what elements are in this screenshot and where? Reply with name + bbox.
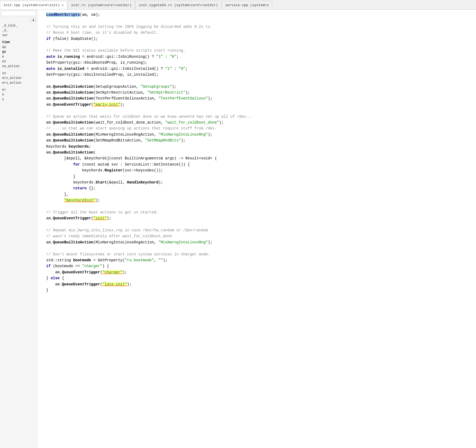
code-line: am.QueueBuiltinAction(MixHwrngIntoLinuxR… [42, 132, 472, 137]
editor-area[interactable]: LoadBootScripts(am, sm); // Turning this… [37, 10, 476, 448]
sidebar-item-k[interactable]: k [0, 92, 37, 97]
code-line [42, 204, 472, 209]
code-line: } [42, 287, 472, 293]
sidebar-item-er[interactable]: er [0, 87, 37, 92]
tab-label: init.zygote64.rc (system\core\rootdir) [139, 3, 218, 7]
code-line: SetProperty(gsi::kGsiBootedProp, is_runn… [42, 60, 472, 66]
code-line: SetProperty(gsi::kGsiInstalledProp, is_i… [42, 72, 472, 78]
code-line: keychords.Register(svc->keycodes()); [42, 167, 472, 173]
code-line: // Trigger all the boot actions to get u… [42, 209, 472, 215]
tab-init-zygote[interactable]: init.zygote64.rc (system\core\rootdir) [135, 1, 221, 9]
scroll-up-button[interactable]: ▲ [31, 18, 36, 22]
code-line: // wasn't ready immediately after wait_f… [42, 233, 472, 239]
sidebar-item-us[interactable]: us [0, 71, 37, 76]
code-line: } else { [42, 275, 472, 281]
code-line: am.QueueBuiltinAction(SetMmapRndBitsActi… [42, 137, 472, 143]
sidebar-item-ers-action-1[interactable]: ers_action [0, 76, 37, 81]
code-line: } [42, 174, 472, 179]
code-line: keychords.Start(&epoll, HandleKeychord); [42, 179, 472, 185]
code-line: // Nexus 9 boot time, so it's disabled b… [42, 30, 472, 36]
code-line: // Don't mount filesystems or start core… [42, 251, 472, 257]
sidebar-item-d-lock[interactable]: _d_lock_ [0, 23, 37, 28]
sidebar: ▲ _d_lock_ _d_ ser tion ap ge e es ne_ac… [0, 10, 37, 448]
code-line: return {}; [42, 185, 472, 191]
code-line [42, 78, 472, 83]
code-line: // ... so that we can start queuing up a… [42, 125, 472, 131]
code-line: }, [42, 192, 472, 197]
code-line [42, 245, 472, 251]
code-line: LoadBootScripts(am, sm); [42, 12, 472, 18]
tab-label: init.cpp (system\core\init) [3, 3, 60, 7]
code-line: am.QueueEventTrigger("late-init"); [42, 281, 472, 287]
code-line [42, 108, 472, 113]
code-line: for (const auto& svc : ServiceList::GetI… [42, 162, 472, 167]
main-layout: ▲ _d_lock_ _d_ ser tion ap ge e es ne_ac… [0, 10, 476, 448]
search-input[interactable] [1, 11, 36, 16]
code-content: LoadBootScripts(am, sm); // Turning this… [37, 12, 476, 293]
code-line: // Queue an action that waits for coldbo… [42, 114, 472, 120]
code-line: [&epoll, &keychords](const BuiltinArgume… [42, 155, 472, 161]
sidebar-item-ne-action[interactable]: ne_action [0, 64, 37, 69]
sidebar-item-s[interactable]: s [0, 97, 37, 102]
close-icon[interactable]: ✕ [62, 3, 64, 7]
code-line: am.QueueEventTrigger("early-init"); [42, 102, 472, 108]
code-line: // Turning this on and letting the INFO … [42, 24, 472, 30]
tab-init-rc[interactable]: init.rc (system\core\rootdir) [68, 1, 135, 9]
code-line: am.QueueEventTrigger("charger"); [42, 269, 472, 275]
code-line: std::string bootmode = GetProperty("ro.b… [42, 257, 472, 263]
code-line: am.QueueBuiltinAction(MixHwrngIntoLinuxR… [42, 239, 472, 245]
code-line: // Repeat mix_hwrng_into_linux_rng in ca… [42, 227, 472, 233]
sidebar-item-es[interactable]: es [0, 59, 37, 64]
tab-service-cpp[interactable]: service.cpp (system\c [222, 1, 273, 9]
code-line: "KeychordInit"); [42, 197, 472, 203]
sidebar-item-ge[interactable]: ge [0, 49, 37, 54]
tab-label: service.cpp (system\c [225, 3, 269, 7]
sidebar-search-area [0, 10, 37, 17]
sidebar-scroll-controls: ▲ [0, 17, 37, 22]
sidebar-item-d[interactable]: _d_ [0, 28, 37, 33]
code-line: am.QueueBuiltinAction(TestPerfEventSelin… [42, 95, 472, 101]
code-line: if (false) DumpState(); [42, 36, 472, 42]
code-line [42, 42, 472, 48]
sidebar-item-ap[interactable]: ap [0, 45, 37, 49]
code-line: Keychords keychords; [42, 144, 472, 150]
code-line: auto is_installed = android::gsi::IsGsiI… [42, 66, 472, 72]
tab-bar: init.cpp (system\core\init) ✕ init.rc (s… [0, 0, 476, 10]
code-line [42, 18, 472, 24]
code-line: auto is_running = android::gsi::IsGsiRun… [42, 54, 472, 60]
sidebar-item-ser[interactable]: ser [0, 33, 37, 38]
code-line: am.QueueBuiltinAction(SetKptrRestrictAct… [42, 90, 472, 95]
sidebar-item-tion[interactable]: tion [0, 40, 37, 45]
code-line: // Make the GSI status available before … [42, 48, 472, 53]
sidebar-item-e[interactable]: e [0, 54, 37, 59]
code-line: am.QueueEventTrigger("init"); [42, 215, 472, 221]
code-line: am.QueueBuiltinAction(wait_for_coldboot_… [42, 120, 472, 125]
code-line: if (bootmode == "charger") { [42, 263, 472, 269]
sidebar-items-list: _d_lock_ _d_ ser tion ap ge e es ne_acti… [0, 22, 37, 448]
code-line: am.QueueBuiltinAction(SetupCgroupsAction… [42, 84, 472, 90]
tab-label: init.rc (system\core\rootdir) [71, 3, 131, 7]
tab-init-cpp[interactable]: init.cpp (system\core\init) ✕ [0, 1, 67, 9]
code-line [42, 221, 472, 227]
code-line: am.QueueBuiltinAction( [42, 150, 472, 155]
sidebar-item-ers-action-2[interactable]: ers_action [0, 81, 37, 85]
